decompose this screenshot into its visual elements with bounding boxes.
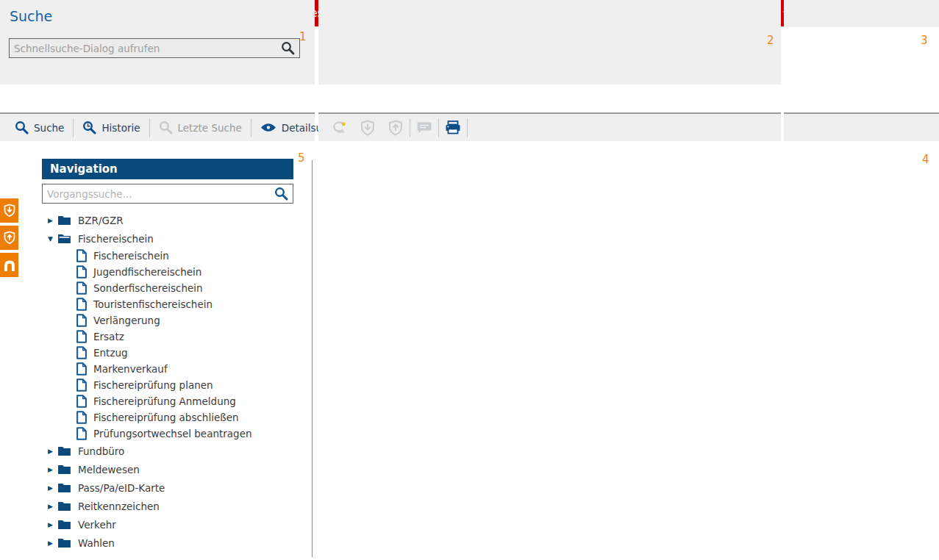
content-divider[interactable]: [312, 160, 313, 557]
tree-item-label: Verkehr: [78, 519, 116, 531]
letzte-suche-button[interactable]: Letzte Suche: [150, 117, 251, 139]
print-icon[interactable]: [444, 119, 462, 137]
document-icon: [76, 427, 87, 440]
tree-item-label: Fischereischein: [78, 233, 154, 245]
tree-folder-item[interactable]: ▶Reitkennzeichen: [46, 497, 310, 515]
suche-button[interactable]: Suche: [6, 117, 73, 139]
tree-doc-item[interactable]: Verlängerung: [46, 312, 310, 329]
tree-doc-item[interactable]: Touristenfischereischein: [46, 296, 310, 312]
tree-doc-item[interactable]: Fischereiprüfung abschließen: [46, 409, 310, 426]
tree-doc-item[interactable]: Markenverkauf: [46, 361, 310, 377]
navigation-header: Navigation: [42, 159, 293, 179]
tree-item-label: Fischereischein: [93, 250, 169, 262]
vorgangssuche-input[interactable]: [43, 188, 273, 200]
scan-icon[interactable]: [331, 119, 349, 137]
search-toolbar: Suche Historie Letzte Suche Detailsuche: [0, 114, 315, 141]
folder-icon: [57, 500, 71, 511]
tree-item-label: Ersatz: [93, 331, 124, 342]
import-shield-down-icon[interactable]: [359, 119, 376, 137]
chevron-right-icon[interactable]: ▶: [48, 503, 57, 510]
historie-button[interactable]: Historie: [74, 117, 149, 139]
letzte-suche-button-label: Letzte Suche: [178, 122, 242, 134]
search-icon[interactable]: [273, 187, 293, 201]
tree-folder-item[interactable]: ▶Wahlen: [46, 534, 310, 552]
document-icon: [76, 362, 87, 376]
tree-item-label: Wahlen: [78, 537, 115, 549]
folder-icon: [57, 464, 71, 475]
n-logo-icon[interactable]: [0, 253, 18, 277]
tree-folder-item[interactable]: ▼Fischereischein: [46, 229, 310, 248]
tree-item-label: Verlängerung: [93, 315, 160, 326]
tree-folder-item[interactable]: ▶Meldewesen: [46, 460, 310, 478]
search-panel-title: Suche: [10, 8, 52, 24]
tree-item-label: Pass/Pa/eID-Karte: [78, 482, 165, 494]
folder-icon: [57, 445, 71, 456]
chevron-right-icon[interactable]: ▶: [48, 448, 57, 455]
results-panel: [318, 0, 781, 85]
import-shield-down-icon[interactable]: [0, 198, 18, 223]
magnifier-history-icon: [82, 121, 96, 134]
panel-number-2: 2: [767, 35, 774, 46]
chevron-down-icon[interactable]: ▼: [48, 235, 57, 243]
navigation-title: Navigation: [50, 162, 118, 176]
side-dock: [0, 198, 18, 277]
eye-icon: [260, 122, 276, 133]
tree-item-label: Fischereiprüfung abschließen: [93, 412, 239, 423]
search-panel: Suche: [0, 0, 315, 85]
tree-doc-item[interactable]: Entzug: [46, 345, 310, 361]
document-icon: [76, 395, 87, 408]
tree-doc-item[interactable]: Fischereiprüfung Anmeldung: [46, 393, 310, 409]
tree-item-label: Prüfungsortwechsel beantragen: [93, 428, 252, 439]
chevron-right-icon[interactable]: ▶: [48, 466, 57, 473]
document-icon: [76, 281, 87, 295]
folder-icon: [57, 482, 71, 493]
tree-doc-item[interactable]: Fischereiprüfung planen: [46, 377, 310, 393]
chevron-right-icon[interactable]: ▶: [48, 521, 57, 528]
tree-doc-item[interactable]: Sonderfischereischein: [46, 280, 310, 296]
tree-item-label: Jugendfischereischein: [93, 266, 201, 278]
tree-doc-item[interactable]: Fischereischein: [46, 248, 310, 264]
chevron-right-icon[interactable]: ▶: [48, 484, 57, 492]
panel-number-1: 1: [299, 32, 307, 43]
magnifier-icon: [15, 121, 29, 134]
detail-toolbar: [784, 114, 939, 141]
export-shield-up-icon[interactable]: [0, 226, 18, 250]
document-icon: [76, 330, 87, 343]
folder-icon: [57, 215, 71, 226]
detail-band-3: [784, 0, 939, 27]
tree-folder-item[interactable]: ▶Verkehr: [46, 515, 310, 534]
tree-folder-item[interactable]: ▶Pass/Pa/eID-Karte: [46, 478, 310, 497]
tree-folder-item[interactable]: ▶Fundbüro: [46, 442, 310, 460]
folder-icon: [57, 519, 71, 530]
document-icon: [76, 298, 87, 311]
tree-item-label: Markenverkauf: [93, 363, 168, 375]
document-icon: [76, 314, 87, 327]
document-icon: [76, 378, 87, 392]
tree-doc-item[interactable]: Ersatz: [46, 329, 310, 345]
tree-item-label: Meldewesen: [78, 464, 140, 475]
export-shield-up-icon[interactable]: [387, 119, 404, 137]
tree-item-label: BZR/GZR: [78, 215, 124, 226]
document-icon: [76, 411, 87, 424]
comment-icon[interactable]: [415, 119, 433, 137]
suche-button-label: Suche: [34, 122, 64, 134]
panel-number-5: 5: [298, 153, 305, 164]
tree-doc-item[interactable]: Prüfungsortwechsel beantragen: [46, 426, 310, 442]
chevron-right-icon[interactable]: ▶: [48, 217, 57, 224]
tree-item-label: Reitkennzeichen: [78, 500, 160, 512]
quick-search-input[interactable]: [10, 43, 279, 54]
tree-item-label: Sonderfischereischein: [93, 282, 203, 294]
navigation-tree: ▶BZR/GZR▼FischereischeinFischereischeinJ…: [46, 211, 310, 552]
action-toolbar: [318, 114, 781, 141]
panel-number-4: 4: [922, 154, 929, 165]
chevron-right-icon[interactable]: ▶: [48, 539, 57, 547]
tree-folder-item[interactable]: ▶BZR/GZR: [46, 211, 310, 229]
quick-search-box: [9, 38, 300, 58]
tree-item-label: Fischereiprüfung planen: [93, 379, 213, 391]
folder-icon: [57, 537, 71, 548]
folder-open-icon: [57, 233, 71, 244]
document-icon: [76, 249, 87, 262]
search-icon[interactable]: [279, 41, 299, 55]
tree-doc-item[interactable]: Jugendfischereischein: [46, 264, 310, 280]
vorgangssuche-box: [42, 184, 293, 204]
